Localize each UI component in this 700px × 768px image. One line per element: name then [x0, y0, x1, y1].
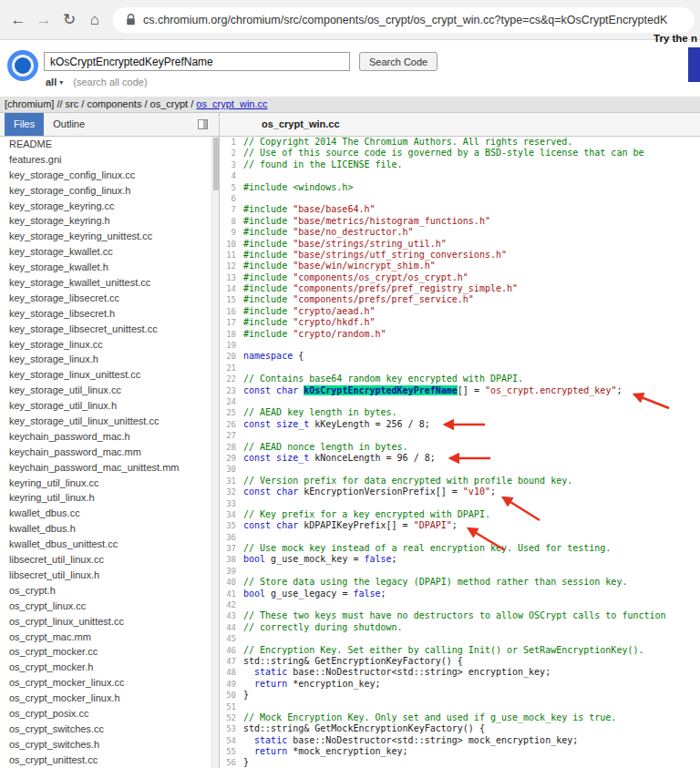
line-number[interactable]: 35: [220, 520, 243, 531]
line-number[interactable]: 31: [220, 476, 243, 486]
line-number[interactable]: 17: [220, 317, 243, 328]
search-code-button[interactable]: Search Code: [359, 52, 438, 71]
line-number[interactable]: 33: [220, 498, 243, 509]
line-number[interactable]: 30: [220, 464, 243, 475]
line-number[interactable]: 28: [220, 442, 243, 453]
line-number[interactable]: 3: [220, 159, 243, 170]
address-bar[interactable]: cs.chromium.org/chromium/src/components/…: [113, 7, 695, 33]
file-list-item[interactable]: os_crypt_mocker.cc: [0, 644, 211, 660]
line-number[interactable]: 21: [220, 363, 243, 374]
file-list-item[interactable]: key_storage_keyring.h: [0, 213, 211, 229]
line-number[interactable]: 1: [220, 137, 243, 148]
sidebar-scrollbar-thumb[interactable]: [213, 138, 219, 190]
file-list-item[interactable]: libsecret_util_linux.cc: [0, 552, 211, 568]
line-number[interactable]: 49: [220, 679, 243, 690]
line-number[interactable]: 20: [220, 351, 243, 362]
line-number[interactable]: 56: [220, 757, 243, 768]
file-list-item[interactable]: keychain_password_mac.h: [0, 429, 211, 445]
file-list-item[interactable]: os_crypt_switches.cc: [0, 722, 211, 737]
line-number[interactable]: 52: [220, 712, 243, 723]
line-number[interactable]: 41: [220, 589, 243, 599]
forward-icon[interactable]: →: [31, 11, 57, 29]
scope-dropdown[interactable]: all: [46, 77, 57, 87]
file-list-item[interactable]: key_storage_config_linux.h: [0, 183, 211, 199]
file-list-item[interactable]: key_storage_kwallet_unittest.cc: [0, 275, 211, 291]
file-list-item[interactable]: kwallet_dbus.h: [0, 521, 211, 537]
line-number[interactable]: 43: [220, 610, 243, 621]
chromium-logo-icon[interactable]: [7, 50, 38, 81]
line-number[interactable]: 44: [220, 622, 243, 633]
file-list-item[interactable]: key_storage_linux.cc: [0, 337, 211, 353]
chevron-down-icon[interactable]: ▾: [59, 78, 63, 87]
line-number[interactable]: 22: [220, 374, 243, 384]
file-list-item[interactable]: key_storage_config_linux.cc: [0, 168, 211, 183]
file-list-item[interactable]: key_storage_libsecret_unittest.cc: [0, 322, 211, 337]
file-list-item[interactable]: os_crypt_mocker.h: [0, 660, 211, 675]
file-list-item[interactable]: kwallet_dbus_unittest.cc: [0, 537, 211, 552]
line-number[interactable]: 29: [220, 453, 243, 464]
file-list-item[interactable]: keyring_util_linux.cc: [0, 476, 211, 491]
line-number[interactable]: 37: [220, 543, 243, 554]
line-number[interactable]: 26: [220, 419, 243, 430]
file-list-item[interactable]: key_storage_linux.h: [0, 352, 211, 367]
line-number[interactable]: 18: [220, 329, 243, 340]
line-number[interactable]: 19: [220, 340, 243, 351]
file-list-item[interactable]: os_crypt_mocker_linux.h: [0, 691, 211, 706]
line-number[interactable]: 36: [220, 532, 243, 543]
line-number[interactable]: 50: [220, 690, 243, 701]
tab-outline[interactable]: Outline: [44, 113, 94, 136]
sidebar-scrollbar[interactable]: [211, 137, 219, 768]
file-list-item[interactable]: os_crypt_switches.h: [0, 737, 211, 753]
file-list-item[interactable]: os_crypt_mocker_linux.cc: [0, 675, 211, 691]
file-list-item[interactable]: os_crypt_linux_unittest.cc: [0, 614, 211, 630]
line-number[interactable]: 13: [220, 272, 243, 283]
file-list-item[interactable]: key_storage_keyring_unittest.cc: [0, 229, 211, 244]
file-list-item[interactable]: os_crypt_posix.cc: [0, 706, 211, 722]
file-list-item[interactable]: key_storage_util_linux.cc: [0, 383, 211, 398]
file-list-item[interactable]: key_storage_kwallet.h: [0, 260, 211, 275]
line-number[interactable]: 2: [220, 148, 243, 159]
line-number[interactable]: 47: [220, 656, 243, 667]
line-number[interactable]: 39: [220, 566, 243, 577]
tab-files[interactable]: Files: [5, 113, 44, 136]
line-number[interactable]: 38: [220, 554, 243, 565]
file-list-item[interactable]: key_storage_libsecret.cc: [0, 291, 211, 306]
line-number[interactable]: 51: [220, 701, 243, 712]
line-number[interactable]: 42: [220, 599, 243, 610]
file-list-item[interactable]: key_storage_util_linux.h: [0, 398, 211, 414]
line-number[interactable]: 11: [220, 250, 243, 261]
file-list-item[interactable]: key_storage_kwallet.cc: [0, 244, 211, 260]
file-list-item[interactable]: keyring_util_linux.h: [0, 490, 211, 506]
line-number[interactable]: 32: [220, 486, 243, 497]
line-number[interactable]: 14: [220, 283, 243, 294]
file-list-item[interactable]: libsecret_util_linux.h: [0, 568, 211, 583]
home-icon[interactable]: ⌂: [82, 11, 108, 29]
file-list-item[interactable]: key_storage_linux_unittest.cc: [0, 367, 211, 383]
line-number[interactable]: 8: [220, 216, 243, 227]
line-number[interactable]: 24: [220, 396, 243, 407]
line-number[interactable]: 34: [220, 509, 243, 520]
line-number[interactable]: 9: [220, 227, 243, 238]
file-list-item[interactable]: keychain_password_mac.mm: [0, 445, 211, 460]
line-number[interactable]: 45: [220, 633, 243, 644]
line-number[interactable]: 5: [220, 182, 243, 193]
line-number[interactable]: 27: [220, 430, 243, 441]
file-list-item[interactable]: os_crypt_unittest.cc: [0, 753, 211, 768]
file-list-item[interactable]: key_storage_libsecret.h: [0, 306, 211, 322]
line-number[interactable]: 15: [220, 294, 243, 305]
refresh-icon[interactable]: ↻: [57, 10, 82, 29]
promo-banner-text[interactable]: Try the n: [654, 33, 697, 44]
file-list-item[interactable]: os_crypt.h: [0, 583, 211, 599]
file-list-item[interactable]: features.gni: [0, 152, 211, 168]
search-input[interactable]: [44, 52, 350, 71]
file-list-item[interactable]: os_crypt_mac.mm: [0, 630, 211, 645]
line-number[interactable]: 40: [220, 577, 243, 588]
line-number[interactable]: 12: [220, 261, 243, 271]
file-list-item[interactable]: key_storage_keyring.cc: [0, 199, 211, 214]
line-number[interactable]: 25: [220, 407, 243, 418]
line-number[interactable]: 6: [220, 193, 243, 204]
back-icon[interactable]: ←: [5, 11, 31, 29]
line-number[interactable]: 46: [220, 645, 243, 656]
line-number[interactable]: 48: [220, 667, 243, 678]
panel-toggle-icon[interactable]: [198, 119, 208, 129]
